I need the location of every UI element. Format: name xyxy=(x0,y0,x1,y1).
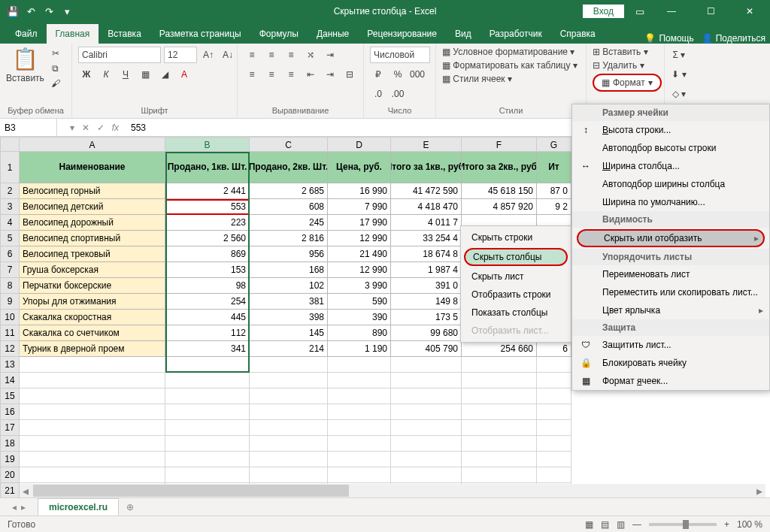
clear-icon[interactable]: ◇ ▾ xyxy=(671,86,687,102)
cell[interactable] xyxy=(20,388,165,404)
cell[interactable] xyxy=(537,373,571,388)
cell[interactable]: 112 xyxy=(165,325,250,341)
cell[interactable]: 869 xyxy=(165,246,250,262)
align-right-icon[interactable]: ≡ xyxy=(283,66,299,83)
col-header-a[interactable]: A xyxy=(20,137,165,152)
new-sheet-button[interactable]: ⊕ xyxy=(119,502,141,512)
cell[interactable]: 7 990 xyxy=(328,199,391,215)
cell[interactable] xyxy=(165,404,250,420)
cell[interactable]: 21 490 xyxy=(328,246,391,262)
cell[interactable]: 381 xyxy=(250,294,328,310)
cell[interactable]: Велосипед горный xyxy=(20,183,165,199)
cell[interactable]: Упоры для отжимания xyxy=(20,294,165,310)
row-header[interactable]: 4 xyxy=(0,215,20,231)
save-icon[interactable]: 💾 xyxy=(5,3,21,20)
increase-font-icon[interactable]: A↑ xyxy=(200,47,217,63)
header-cell[interactable]: Наименование xyxy=(20,152,165,183)
cell[interactable]: 398 xyxy=(250,310,328,325)
row-header[interactable]: 1 xyxy=(0,152,20,183)
menu-hide-unhide[interactable]: Скрыть или отобразить▸ xyxy=(577,229,765,247)
cell[interactable]: 149 8 xyxy=(391,294,462,310)
cell-styles-button[interactable]: ▦ Стили ячеек ▾ xyxy=(442,74,512,84)
paste-button[interactable]: 📋 Вставить xyxy=(6,47,44,83)
qat-dropdown-icon[interactable]: ▾ xyxy=(59,3,75,20)
col-header-e[interactable]: E xyxy=(391,137,462,152)
cell[interactable] xyxy=(462,452,537,467)
cell[interactable] xyxy=(250,420,328,436)
cell[interactable] xyxy=(250,404,328,420)
cell[interactable]: 87 0 xyxy=(537,183,571,199)
cell[interactable] xyxy=(250,373,328,388)
row-header[interactable]: 15 xyxy=(0,388,20,404)
row-header[interactable]: 10 xyxy=(0,310,20,325)
cell[interactable]: Скакалка скоростная xyxy=(20,310,165,325)
cell[interactable] xyxy=(391,404,462,420)
cell[interactable]: 6 xyxy=(537,341,571,357)
cut-icon[interactable]: ✂ xyxy=(49,47,62,60)
row-header[interactable]: 16 xyxy=(0,404,20,420)
tab-insert[interactable]: Вставка xyxy=(99,24,150,44)
undo-icon[interactable]: ↶ xyxy=(23,3,39,20)
cell[interactable]: 4 857 920 xyxy=(462,199,537,215)
menu-lock-cell[interactable]: 🔒Блокировать ячейку xyxy=(572,354,769,372)
cell[interactable] xyxy=(165,452,250,467)
row-header[interactable]: 13 xyxy=(0,357,20,373)
cell[interactable] xyxy=(462,436,537,452)
row-header[interactable]: 3 xyxy=(0,199,20,215)
header-cell[interactable]: Ит xyxy=(537,152,571,183)
cell[interactable] xyxy=(250,436,328,452)
tab-review[interactable]: Рецензирование xyxy=(358,24,446,44)
tab-help[interactable]: Справка xyxy=(551,24,605,44)
ctx-hide-sheet[interactable]: Скрыть лист xyxy=(461,268,571,286)
cell[interactable] xyxy=(20,467,165,483)
cell[interactable] xyxy=(462,420,537,436)
cell[interactable] xyxy=(20,436,165,452)
row-header[interactable]: 2 xyxy=(0,183,20,199)
cell[interactable] xyxy=(537,436,571,452)
row-header[interactable]: 11 xyxy=(0,325,20,341)
row-header[interactable]: 17 xyxy=(0,420,20,436)
header-cell[interactable]: Продано, 1кв. Шт. xyxy=(165,152,250,183)
ctx-unhide-columns[interactable]: Показать столбцы xyxy=(461,304,571,322)
cell[interactable]: 2 816 xyxy=(250,231,328,246)
menu-rename-sheet[interactable]: Переименовать лист xyxy=(572,265,769,283)
cell[interactable] xyxy=(537,357,571,373)
menu-format-cells[interactable]: ▦Формат ячеек... xyxy=(572,372,769,390)
zoom-slider[interactable] xyxy=(649,523,717,526)
ctx-unhide-rows[interactable]: Отобразить строки xyxy=(461,286,571,304)
cell[interactable]: 173 5 xyxy=(391,310,462,325)
col-header-f[interactable]: F xyxy=(462,137,537,152)
row-header[interactable]: 9 xyxy=(0,294,20,310)
cell[interactable] xyxy=(328,388,391,404)
menu-row-height[interactable]: ↕Высота строки... xyxy=(572,121,769,139)
cell[interactable] xyxy=(250,388,328,404)
thousands-icon[interactable]: 000 xyxy=(409,66,426,83)
view-break-icon[interactable]: ▥ xyxy=(617,519,625,530)
sheet-nav[interactable]: ◂▸ xyxy=(0,502,38,512)
cell[interactable]: 41 472 590 xyxy=(391,183,462,199)
menu-tab-color[interactable]: Цвет ярлычка▸ xyxy=(572,301,769,319)
menu-protect-sheet[interactable]: 🛡Защитить лист... xyxy=(572,336,769,354)
cell[interactable]: 391 0 xyxy=(391,278,462,294)
cell[interactable] xyxy=(250,357,328,373)
cell[interactable] xyxy=(20,404,165,420)
cell[interactable] xyxy=(328,452,391,467)
cell[interactable] xyxy=(328,420,391,436)
cell[interactable] xyxy=(391,436,462,452)
decrease-indent-icon[interactable]: ⇤ xyxy=(302,66,319,83)
cell[interactable]: 12 990 xyxy=(328,231,391,246)
cell[interactable] xyxy=(391,357,462,373)
sheet-tab[interactable]: microexcel.ru xyxy=(38,498,119,515)
cell[interactable]: 4 011 7 xyxy=(391,215,462,231)
cell[interactable] xyxy=(462,373,537,388)
row-header[interactable]: 7 xyxy=(0,262,20,278)
zoom-out-button[interactable]: — xyxy=(632,519,641,530)
delete-cells-button[interactable]: ⊟ Удалить ▾ xyxy=(593,60,644,71)
view-normal-icon[interactable]: ▦ xyxy=(585,519,593,530)
cell[interactable]: 4 418 470 xyxy=(391,199,462,215)
tab-formulas[interactable]: Формулы xyxy=(250,24,308,44)
align-center-icon[interactable]: ≡ xyxy=(263,66,280,83)
align-bottom-icon[interactable]: ≡ xyxy=(283,47,299,63)
currency-icon[interactable]: ₽ xyxy=(370,66,387,83)
header-cell[interactable]: Цена, руб. xyxy=(328,152,391,183)
